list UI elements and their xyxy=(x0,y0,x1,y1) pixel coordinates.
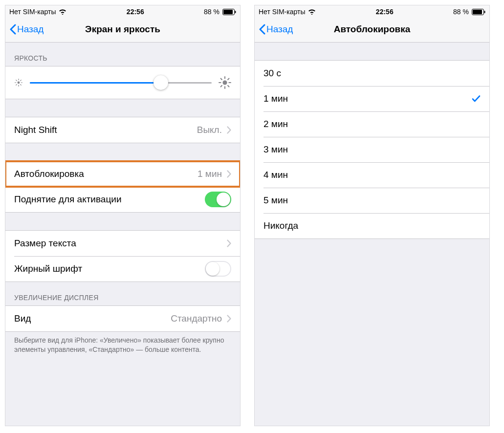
carrier-text: Нет SIM-карты xyxy=(9,8,56,16)
svg-line-19 xyxy=(221,86,222,87)
svg-line-11 xyxy=(21,80,22,81)
chevron-right-icon xyxy=(227,239,231,247)
sun-small-icon xyxy=(14,78,23,87)
back-button[interactable]: Назад xyxy=(9,24,44,35)
autolock-option[interactable]: 3 мин xyxy=(255,137,489,162)
wifi-icon xyxy=(59,9,66,15)
option-label: 1 мин xyxy=(263,93,472,104)
autolock-option-group: 30 с1 мин2 мин3 мин4 мин5 минНикогда xyxy=(255,60,489,239)
content-right: 30 с1 мин2 мин3 мин4 мин5 минНикогда xyxy=(255,43,489,426)
text-size-cell[interactable]: Размер текста xyxy=(5,231,240,256)
bold-text-cell: Жирный шрифт xyxy=(5,256,240,281)
carrier-text: Нет SIM-карты xyxy=(259,8,305,16)
battery-pct-text: 88 % xyxy=(453,8,469,16)
svg-line-10 xyxy=(16,85,17,86)
option-label: 5 мин xyxy=(263,195,481,206)
svg-point-12 xyxy=(222,80,227,85)
cell-label: Жирный шрифт xyxy=(14,263,205,274)
back-button[interactable]: Назад xyxy=(259,24,293,35)
autolock-option[interactable]: 30 с xyxy=(255,61,489,86)
raise-to-wake-cell: Поднятие для активации xyxy=(5,187,240,212)
chevron-right-icon xyxy=(227,126,231,134)
raise-to-wake-switch[interactable] xyxy=(205,192,231,207)
svg-rect-1 xyxy=(223,10,233,14)
cell-label: Вид xyxy=(14,313,171,324)
svg-line-9 xyxy=(21,85,22,86)
clock-text: 22:56 xyxy=(127,8,144,16)
option-label: 30 с xyxy=(263,68,481,79)
option-label: 3 мин xyxy=(263,144,481,155)
svg-line-8 xyxy=(16,80,17,81)
battery-icon xyxy=(472,9,485,15)
display-view-cell[interactable]: Вид Стандартно xyxy=(5,306,240,331)
svg-line-17 xyxy=(221,79,222,80)
cell-value: Стандартно xyxy=(171,313,222,324)
autolock-option[interactable]: 2 мин xyxy=(255,111,489,137)
autolock-option[interactable]: 4 мин xyxy=(255,162,489,188)
autolock-cell[interactable]: Автоблокировка 1 мин xyxy=(5,161,240,187)
cell-label: Размер текста xyxy=(14,238,227,249)
chevron-right-icon xyxy=(227,170,231,178)
status-bar: Нет SIM-карты 22:56 88 % xyxy=(5,5,240,16)
wifi-icon xyxy=(308,9,316,15)
brightness-slider[interactable] xyxy=(30,75,212,90)
svg-rect-22 xyxy=(473,10,482,14)
autolock-option[interactable]: 1 мин xyxy=(255,86,489,111)
cell-label: Night Shift xyxy=(14,125,197,135)
option-label: 4 мин xyxy=(263,170,481,180)
status-bar: Нет SIM-карты 22:56 88 % xyxy=(255,5,489,16)
autolock-option[interactable]: 5 мин xyxy=(255,188,489,213)
cell-label: Автоблокировка xyxy=(14,169,197,179)
svg-rect-23 xyxy=(484,11,485,13)
back-label: Назад xyxy=(17,24,44,35)
autolock-option[interactable]: Никогда xyxy=(255,213,489,238)
svg-rect-2 xyxy=(235,11,236,13)
nav-bar: Назад Автоблокировка xyxy=(255,16,489,43)
battery-pct-text: 88 % xyxy=(204,8,219,16)
cell-value: 1 мин xyxy=(197,169,222,179)
brightness-slider-cell xyxy=(5,66,240,99)
chevron-right-icon xyxy=(227,315,231,323)
battery-icon xyxy=(222,9,236,15)
back-label: Назад xyxy=(266,24,293,35)
checkmark-icon xyxy=(472,95,481,103)
display-zoom-footer: Выберите вид для iPhone: «Увеличено» пок… xyxy=(5,332,240,363)
clock-text: 22:56 xyxy=(376,8,394,16)
sun-large-icon xyxy=(219,76,231,89)
bold-text-switch[interactable] xyxy=(205,261,231,277)
phone-left: Нет SIM-карты 22:56 88 % Назад Экран и я… xyxy=(5,5,241,426)
cell-value: Выкл. xyxy=(197,125,222,135)
svg-line-18 xyxy=(228,86,229,87)
display-zoom-header: УВЕЛИЧЕНИЕ ДИСПЛЕЯ xyxy=(5,282,240,305)
nav-bar: Назад Экран и яркость xyxy=(5,16,240,43)
brightness-header: ЯРКОСТЬ xyxy=(5,43,240,66)
chevron-left-icon xyxy=(9,24,16,35)
night-shift-cell[interactable]: Night Shift Выкл. xyxy=(5,117,240,143)
content-left: ЯРКОСТЬ Night Shift Выкл. xyxy=(5,43,240,426)
svg-point-3 xyxy=(18,82,20,84)
chevron-left-icon xyxy=(259,24,265,35)
option-label: 2 мин xyxy=(263,119,481,130)
phone-right: Нет SIM-карты 22:56 88 % Назад Автоблоки… xyxy=(254,5,490,426)
option-label: Никогда xyxy=(263,220,481,231)
cell-label: Поднятие для активации xyxy=(14,194,205,205)
svg-line-20 xyxy=(228,79,229,80)
